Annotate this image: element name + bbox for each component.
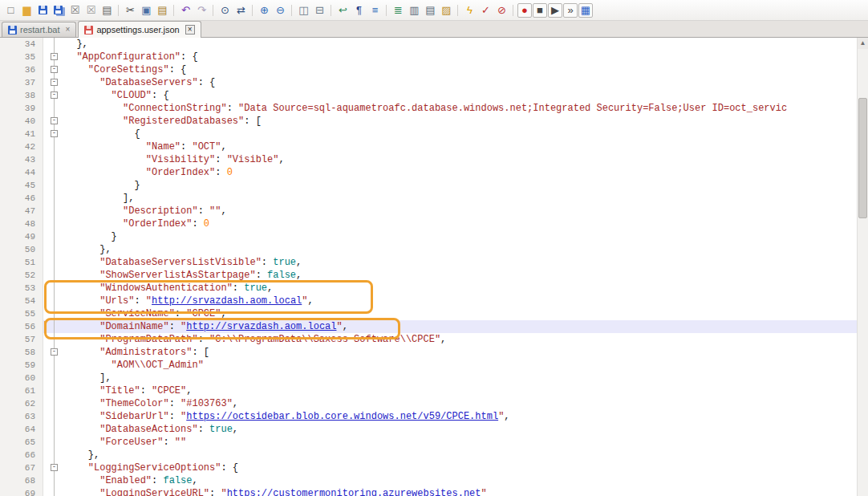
- code-text[interactable]: "Enabled": false,: [61, 474, 868, 487]
- macro-save-icon[interactable]: ▦: [578, 3, 593, 18]
- copy-icon[interactable]: ▣: [139, 2, 154, 18]
- line-number[interactable]: 48: [0, 218, 43, 230]
- line-number[interactable]: 36: [0, 63, 43, 76]
- line-number[interactable]: 39: [0, 102, 43, 115]
- line-number[interactable]: 68: [0, 474, 43, 487]
- code-text[interactable]: }: [61, 179, 868, 192]
- code-text[interactable]: },: [61, 449, 868, 461]
- code-text[interactable]: "ForceUser": "": [61, 436, 868, 449]
- code-text[interactable]: }: [61, 230, 868, 243]
- line-number[interactable]: 52: [0, 269, 43, 282]
- line-number[interactable]: 57: [0, 333, 43, 346]
- zoom-out-icon[interactable]: ⊖: [273, 2, 288, 18]
- fold-toggle-icon[interactable]: -: [48, 76, 61, 89]
- fold-toggle-icon[interactable]: -: [48, 51, 61, 63]
- code-text[interactable]: "OrderIndex": 0: [61, 166, 868, 179]
- code-text[interactable]: "RegisteredDatabases": [: [61, 115, 868, 128]
- macro-play-multiple-icon[interactable]: »: [563, 3, 578, 18]
- line-number[interactable]: 37: [0, 76, 43, 89]
- code-text[interactable]: "Urls": "http://srvazdash.aom.local",: [61, 295, 868, 307]
- line-number[interactable]: 41: [0, 128, 43, 140]
- code-text[interactable]: ],: [61, 192, 868, 205]
- doc-map-icon[interactable]: ▥: [407, 2, 422, 18]
- line-number[interactable]: 38: [0, 89, 43, 102]
- line-number[interactable]: 53: [0, 282, 43, 295]
- line-number[interactable]: 63: [0, 410, 43, 423]
- code-text[interactable]: "Title": "CPCE",: [61, 384, 868, 397]
- line-number[interactable]: 62: [0, 397, 43, 410]
- code-text[interactable]: "ConnectionString": "Data Source=sql-aqu…: [61, 102, 868, 115]
- replace-icon[interactable]: ⇄: [233, 2, 249, 18]
- word-wrap-icon[interactable]: ↩: [335, 2, 351, 18]
- code-text[interactable]: "SidebarUrl": "https://octsidebar.blob.c…: [61, 410, 868, 423]
- fold-toggle-icon[interactable]: -: [48, 115, 61, 128]
- macro-record-icon[interactable]: ●: [517, 3, 532, 18]
- plugin-disabled-icon[interactable]: ⊘: [494, 2, 509, 18]
- fold-toggle-icon[interactable]: -: [48, 128, 61, 140]
- code-text[interactable]: "Administrators": [: [61, 346, 868, 359]
- cut-icon[interactable]: ✂: [123, 2, 138, 18]
- show-all-characters-icon[interactable]: ¶: [351, 2, 367, 18]
- paste-icon[interactable]: ▤: [155, 2, 170, 18]
- code-text[interactable]: "ShowServerlistAsStartpage": false,: [61, 269, 868, 282]
- fold-toggle-icon[interactable]: -: [48, 63, 61, 76]
- open-file-icon[interactable]: ▆: [19, 2, 34, 18]
- line-number[interactable]: 65: [0, 436, 43, 449]
- line-number[interactable]: 67: [0, 461, 43, 474]
- line-number[interactable]: 43: [0, 153, 43, 166]
- save-file-icon[interactable]: [35, 2, 51, 18]
- line-number[interactable]: 47: [0, 205, 43, 218]
- folder-workspace-icon[interactable]: ▨: [439, 2, 454, 18]
- fold-toggle-icon[interactable]: -: [48, 461, 61, 474]
- fold-toggle-icon[interactable]: -: [48, 89, 61, 102]
- redo-icon[interactable]: ↷: [194, 2, 209, 18]
- spellcheck-icon[interactable]: ✓: [478, 2, 493, 18]
- zoom-in-icon[interactable]: ⊕: [257, 2, 272, 18]
- code-text[interactable]: "LoggingServiceOptions": {: [61, 461, 868, 474]
- scroll-thumb[interactable]: [858, 98, 867, 218]
- code-text[interactable]: },: [61, 38, 868, 51]
- fold-toggle-icon[interactable]: -: [48, 346, 61, 359]
- line-number[interactable]: 66: [0, 449, 43, 461]
- code-text[interactable]: "ProgramDataPath": "C:\\ProgramData\\Sax…: [61, 333, 868, 346]
- line-number[interactable]: 46: [0, 192, 43, 205]
- code-text[interactable]: "ThemeColor": "#103763",: [61, 397, 868, 410]
- sync-vertical-icon[interactable]: ◫: [296, 2, 311, 18]
- code-text[interactable]: "Description": "",: [61, 205, 868, 218]
- code-text[interactable]: {: [61, 128, 868, 140]
- new-file-icon[interactable]: □: [3, 2, 18, 18]
- close-all-icon[interactable]: ☒: [83, 2, 99, 18]
- code-text[interactable]: "DatabaseServers": {: [61, 76, 868, 89]
- code-text[interactable]: "Name": "OCT",: [61, 140, 868, 153]
- line-number[interactable]: 50: [0, 243, 43, 256]
- line-number[interactable]: 64: [0, 423, 43, 436]
- print-icon[interactable]: ▤: [99, 2, 115, 18]
- line-number[interactable]: 34: [0, 38, 43, 51]
- vertical-scrollbar[interactable]: ▲: [857, 38, 868, 496]
- line-number[interactable]: 56: [0, 320, 43, 333]
- line-number[interactable]: 58: [0, 346, 43, 359]
- line-number[interactable]: 44: [0, 166, 43, 179]
- tab-appsettings.user.json[interactable]: appsettings.user.json×: [78, 21, 201, 38]
- line-number[interactable]: 69: [0, 487, 43, 496]
- save-all-icon[interactable]: [51, 2, 67, 18]
- code-text[interactable]: "DatabaseServersListVisible": true,: [61, 256, 868, 269]
- line-number[interactable]: 45: [0, 179, 43, 192]
- code-text[interactable]: "DatabaseActions": true,: [61, 423, 868, 436]
- tab-restart.bat[interactable]: restart.bat×: [2, 22, 76, 37]
- code-text[interactable]: },: [61, 243, 868, 256]
- code-text[interactable]: ],: [61, 372, 868, 384]
- plugin-lightning-icon[interactable]: ϟ: [462, 2, 477, 18]
- code-text[interactable]: "AppConfiguration": {: [61, 51, 868, 63]
- code-text[interactable]: "LoggingServiceURL": "https://customermo…: [61, 487, 868, 496]
- indent-guide-icon[interactable]: ≡: [367, 2, 383, 18]
- line-number[interactable]: 54: [0, 295, 43, 307]
- line-number[interactable]: 42: [0, 140, 43, 153]
- find-icon[interactable]: ⊙: [217, 2, 233, 18]
- code-text[interactable]: "DomainName": "http://srvazdash.aom.loca…: [61, 320, 868, 333]
- code-text[interactable]: "CLOUD": {: [61, 89, 868, 102]
- code-text[interactable]: "CoreSettings": {: [61, 63, 868, 76]
- code-text[interactable]: "AOM\\OCT_Admin": [61, 359, 868, 372]
- tab-close-icon[interactable]: ×: [66, 26, 71, 34]
- tab-close-icon[interactable]: ×: [185, 25, 195, 35]
